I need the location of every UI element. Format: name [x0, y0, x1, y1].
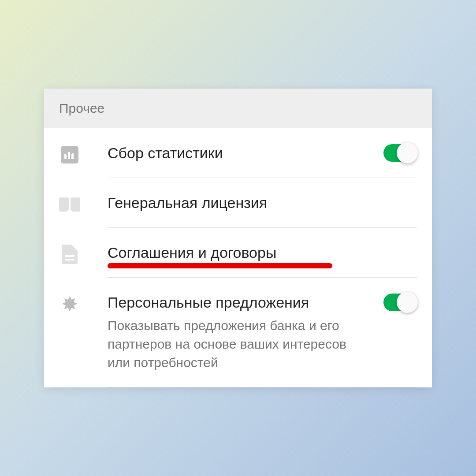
setting-label: Генеральная лицензия [108, 193, 267, 212]
burst-icon: ✸ [59, 294, 80, 315]
offers-toggle[interactable] [383, 294, 417, 311]
setting-license[interactable]: Генеральная лицензия [44, 178, 432, 228]
setting-label: Сбор статистики [108, 143, 223, 163]
setting-agreements[interactable]: Соглашения и договоры [44, 228, 432, 278]
setting-label: Соглашения и договоры [108, 243, 276, 262]
toggle-thumb [397, 142, 418, 164]
setting-offers[interactable]: ✸ Персональные предложения Показывать пр… [44, 278, 432, 387]
stats-icon [59, 144, 80, 165]
section-header: Прочее [44, 89, 432, 128]
settings-card: Прочее Сбор статистики [44, 89, 432, 388]
setting-statistics[interactable]: Сбор статистики [44, 128, 432, 178]
toggle-thumb [397, 292, 418, 313]
document-icon [59, 244, 80, 265]
settings-list: Сбор статистики Генеральная лицензия [44, 128, 432, 388]
setting-description: Показывать предложения банка и его партн… [108, 316, 354, 372]
setting-label: Персональные предложения [108, 293, 309, 312]
statistics-toggle[interactable] [383, 144, 417, 162]
highlight-underline [108, 263, 332, 268]
book-icon [59, 194, 80, 215]
section-title: Прочее [59, 101, 104, 115]
